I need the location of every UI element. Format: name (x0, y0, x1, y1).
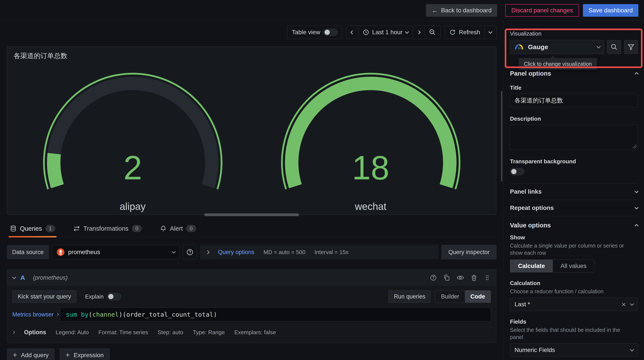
trash-icon[interactable] (470, 274, 478, 281)
refresh-icon (449, 29, 456, 36)
arrow-left-icon: ← (432, 7, 438, 14)
panel-title: 各渠道的订单总数 (14, 51, 67, 60)
svg-text:18: 18 (352, 149, 389, 186)
metrics-browser-link[interactable]: Metrics browser (12, 311, 60, 318)
run-queries-button[interactable]: Run queries (388, 290, 431, 303)
repeat-options-section[interactable]: Repeat options (510, 200, 638, 216)
code-token: channel (92, 311, 119, 318)
resize-grip-icon[interactable] (632, 144, 636, 148)
visualization-picker[interactable]: 79 Gauge (510, 40, 604, 54)
visualization-filter-button[interactable] (624, 40, 638, 54)
panel-links-section[interactable]: Panel links (510, 184, 638, 200)
expression-button[interactable]: + Expression (60, 348, 110, 360)
builder-option[interactable]: Builder (435, 290, 465, 302)
time-range-picker[interactable]: Last 1 hour (358, 26, 413, 39)
gauge-alipay: 2 alipay (14, 60, 252, 212)
visualization-search-button[interactable] (607, 40, 621, 54)
query-header[interactable]: A (prometheus) (7, 270, 496, 286)
panel-options-title: Panel options (510, 70, 551, 77)
datasource-picker[interactable]: prometheus (52, 245, 180, 259)
explain-group: Explain (85, 293, 121, 300)
tab-transformations[interactable]: Transformations 0 (72, 221, 143, 237)
transparent-background-toggle[interactable] (510, 168, 524, 175)
options-label: Options (24, 329, 46, 336)
builder-label: Builder (441, 293, 459, 300)
back-to-dashboard-button[interactable]: ← Back to dashboard (426, 4, 498, 17)
refresh-interval-dropdown[interactable] (484, 26, 496, 39)
chevron-down-icon (405, 30, 409, 34)
help-icon[interactable] (430, 274, 437, 281)
query-code-input[interactable]: sum by (channel) (order_total_count_tota… (60, 308, 491, 322)
datasource-row: Data source prometheus (7, 245, 496, 259)
collapse-query-icon[interactable] (12, 275, 16, 279)
bell-icon (160, 225, 166, 232)
datasource-help-button[interactable] (183, 245, 197, 259)
show-label: Show (510, 234, 638, 241)
discard-panel-label: Discard panel changes (511, 7, 573, 14)
time-shift-forward-button[interactable] (413, 26, 424, 39)
calculation-select[interactable]: Last * × (510, 298, 638, 311)
chevron-down-icon (596, 44, 600, 48)
title-input[interactable] (510, 94, 638, 107)
refresh-button[interactable]: Refresh (445, 26, 484, 39)
vertical-scrollbar[interactable] (501, 91, 502, 182)
chevron-down-icon (634, 205, 638, 209)
tab-label: Transformations (83, 225, 128, 232)
gauge-wechat: 18 wechat (252, 60, 490, 212)
chevron-down-icon (630, 302, 634, 306)
clear-icon[interactable]: × (622, 301, 626, 308)
search-icon (611, 44, 618, 50)
kick-start-button[interactable]: Kick start your query (12, 290, 76, 303)
builder-code-segment: Builder Code (435, 290, 491, 303)
tab-alert[interactable]: Alert 0 (159, 221, 198, 237)
show-radio-group: Calculate All values (510, 260, 594, 272)
save-dashboard-button[interactable]: Save dashboard (583, 4, 638, 17)
discard-panel-button[interactable]: Discard panel changes (505, 4, 579, 17)
description-textarea[interactable] (510, 125, 638, 150)
explain-toggle[interactable] (107, 293, 121, 300)
query-options-link[interactable]: Query options (218, 249, 254, 256)
tab-queries[interactable]: Queries 1 (9, 221, 56, 237)
query-datasource-hint: (prometheus) (33, 274, 68, 281)
calculation-value: Last * (514, 301, 530, 308)
editor-tabs: Queries 1 Transformations 0 (7, 221, 496, 237)
panel-options-header[interactable]: Panel options (510, 70, 638, 77)
query-actions (430, 274, 490, 281)
horizontal-scrollbar[interactable] (204, 213, 299, 216)
query-inspector-button[interactable]: Query inspector (442, 245, 496, 259)
option-summary: Format: Time series (98, 329, 148, 336)
calculate-option[interactable]: Calculate (510, 260, 553, 272)
run-queries-label: Run queries (394, 293, 426, 300)
eye-icon[interactable] (457, 274, 464, 281)
drag-handle[interactable] (484, 274, 490, 281)
option-summary: Exemplars: false (234, 329, 276, 336)
description-label: Description (510, 116, 638, 122)
fields-select[interactable]: Numeric Fields (510, 343, 638, 357)
code-option[interactable]: Code (465, 290, 491, 302)
query-editor: A (prometheus) (7, 269, 496, 343)
all-values-option[interactable]: All values (553, 260, 594, 272)
gauges-container: 2 alipay 18 wechat (7, 46, 496, 215)
value-options-header[interactable]: Value options (510, 222, 638, 229)
grafana-panel-editor: ← Back to dashboard Discard panel change… (0, 0, 644, 360)
options-sidebar: Visualization 79 Gauge (503, 21, 644, 360)
fields-label: Fields (510, 318, 638, 325)
explain-label: Explain (85, 293, 104, 300)
time-shift-back-button[interactable] (347, 26, 358, 39)
gauge-panel[interactable]: 各渠道的订单总数 2 alipay 18 wechat (7, 46, 496, 215)
time-zoom-out-button[interactable] (424, 26, 440, 39)
plus-icon: + (13, 351, 17, 358)
add-query-button[interactable]: + Add query (7, 348, 54, 360)
zoom-out-icon (429, 29, 436, 36)
query-options-row[interactable]: Options Legend: Auto Format: Time series… (12, 327, 491, 338)
duplicate-icon[interactable] (443, 274, 450, 281)
repeat-options-label: Repeat options (510, 204, 554, 212)
value-options-title: Value options (510, 222, 551, 229)
code-token: sum by (66, 311, 88, 318)
query-options-bar[interactable]: Query options MD = auto = 500 Interval =… (200, 245, 439, 259)
chevron-down-icon (634, 189, 638, 193)
refresh-label: Refresh (459, 29, 480, 36)
chevron-down-icon (172, 250, 176, 254)
svg-text:2: 2 (123, 149, 142, 186)
table-view-toggle[interactable] (323, 28, 338, 36)
